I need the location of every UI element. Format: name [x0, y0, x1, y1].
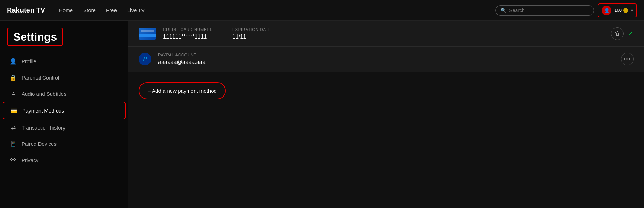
sidebar-menu: 👤 Profile 🔒 Parental Control 🖥 Audio and… — [0, 53, 128, 168]
logo-text: Rakuten TV — [7, 6, 45, 14]
credit-card-actions: 🗑 ✓ — [611, 27, 634, 40]
sidebar-item-audio-subtitles[interactable]: 🖥 Audio and Subtitles — [3, 86, 126, 102]
coin-icon — [623, 8, 628, 13]
sidebar-label-paired: Paired Devices — [22, 141, 57, 147]
check-icon: ✓ — [628, 30, 634, 38]
sidebar-label-profile: Profile — [22, 58, 36, 64]
screen-icon: 🖥 — [10, 91, 17, 97]
profile-icon: 👤 — [10, 58, 17, 65]
nav-home[interactable]: Home — [59, 7, 73, 13]
device-icon: 📱 — [10, 141, 17, 147]
logo: Rakuten TV — [7, 6, 45, 14]
avatar: 👤 — [602, 6, 611, 15]
credit-card-number-section: CREDIT CARD NUMBER 111111******1111 — [163, 27, 232, 40]
sidebar-item-privacy[interactable]: 👁 Privacy — [3, 152, 126, 168]
lock-icon: 🔒 — [10, 74, 17, 81]
trash-icon: 🗑 — [615, 31, 620, 37]
sidebar-label-payment: Payment Methods — [22, 108, 64, 114]
credit-card-icon: 💳 — [10, 107, 17, 114]
sidebar-label-privacy: Privacy — [22, 157, 38, 163]
nav-live-tv[interactable]: Live TV — [127, 7, 145, 13]
add-payment-area: + Add a new payment method — [128, 72, 644, 110]
coins-display: 160 — [614, 8, 628, 13]
search-box[interactable]: 🔍 — [495, 5, 594, 16]
main-layout: Settings 👤 Profile 🔒 Parental Control 🖥 … — [0, 21, 644, 208]
user-menu-button[interactable]: 👤 160 ▾ — [598, 3, 637, 17]
sidebar-item-profile[interactable]: 👤 Profile — [3, 53, 126, 69]
credit-card-icon — [139, 28, 156, 40]
paypal-details: PAYPAL ACCOUNT aaaaaa@aaaa.aaa — [158, 53, 621, 65]
credit-card-row: CREDIT CARD NUMBER 111111******1111 EXPI… — [128, 21, 644, 47]
nav-free[interactable]: Free — [106, 7, 117, 13]
delete-card-button[interactable]: 🗑 — [611, 27, 624, 40]
nav-store[interactable]: Store — [83, 7, 96, 13]
chevron-down-icon: ▾ — [631, 8, 633, 13]
header-right: 🔍 👤 160 ▾ — [495, 3, 637, 17]
paypal-label: PAYPAL ACCOUNT — [158, 53, 227, 57]
paypal-email: aaaaaa@aaaa.aaa — [158, 59, 227, 65]
ellipsis-icon: ••• — [624, 56, 631, 62]
main-nav: Home Store Free Live TV — [59, 7, 495, 13]
sidebar-item-payment-methods[interactable]: 💳 Payment Methods — [3, 102, 126, 119]
eye-icon: 👁 — [10, 157, 17, 163]
expiry-value: 11/11 — [232, 34, 281, 40]
sidebar-label-parental: Parental Control — [22, 75, 59, 81]
paypal-icon: P — [139, 53, 151, 65]
paypal-actions: ••• — [621, 53, 634, 65]
add-payment-button[interactable]: + Add a new payment method — [139, 82, 226, 99]
credit-card-number-label: CREDIT CARD NUMBER — [163, 27, 232, 32]
coins-value: 160 — [614, 8, 622, 13]
search-icon: 🔍 — [500, 8, 506, 13]
transaction-icon: ⇄ — [10, 124, 17, 131]
sidebar-item-paired-devices[interactable]: 📱 Paired Devices — [3, 136, 126, 152]
expiry-section: EXPIRATION DATE 11/11 — [232, 27, 281, 40]
sidebar: Settings 👤 Profile 🔒 Parental Control 🖥 … — [0, 21, 128, 208]
sidebar-item-parental-control[interactable]: 🔒 Parental Control — [3, 69, 126, 86]
paypal-row: P PAYPAL ACCOUNT aaaaaa@aaaa.aaa ••• — [128, 47, 644, 72]
content-area: CREDIT CARD NUMBER 111111******1111 EXPI… — [128, 21, 644, 208]
expiry-label: EXPIRATION DATE — [232, 27, 281, 32]
sidebar-label-transaction: Transaction history — [22, 125, 65, 131]
sidebar-label-audio: Audio and Subtitles — [22, 91, 66, 97]
search-input[interactable] — [509, 8, 589, 13]
more-options-button[interactable]: ••• — [621, 53, 634, 65]
header: Rakuten TV Home Store Free Live TV 🔍 👤 1… — [0, 0, 644, 21]
sidebar-item-transaction-history[interactable]: ⇄ Transaction history — [3, 119, 126, 136]
credit-card-details: CREDIT CARD NUMBER 111111******1111 EXPI… — [163, 27, 611, 40]
settings-title: Settings — [7, 28, 63, 46]
credit-card-number-value: 111111******1111 — [163, 34, 232, 40]
paypal-account-section: PAYPAL ACCOUNT aaaaaa@aaaa.aaa — [158, 53, 227, 65]
